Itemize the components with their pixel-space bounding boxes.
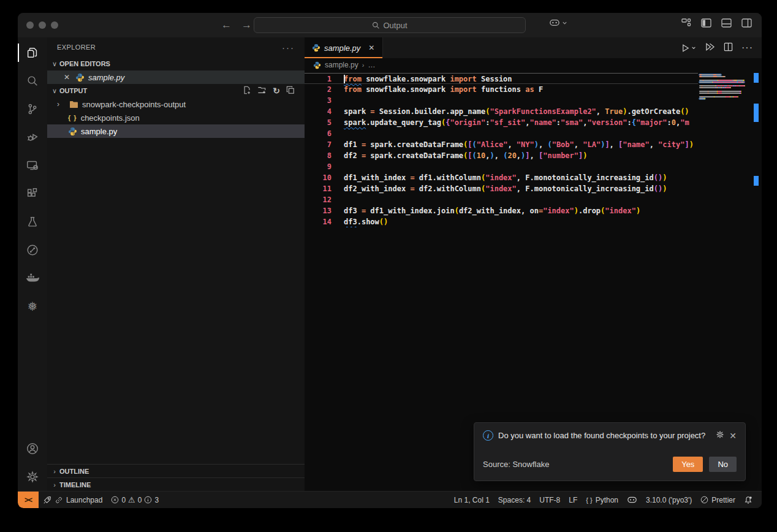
remote-indicator[interactable]: >< [18, 492, 39, 508]
json-file-icon: { } [68, 114, 77, 121]
command-center-search[interactable]: Output [254, 17, 526, 33]
encoding-item[interactable]: UTF-8 [535, 492, 564, 508]
close-window-button[interactable] [26, 21, 34, 29]
open-editor-item-sample-py[interactable]: ✕ sample.py [47, 70, 305, 84]
close-tab-icon[interactable]: ✕ [366, 44, 376, 52]
close-editor-icon[interactable]: ✕ [62, 73, 72, 82]
folder-icon [69, 101, 78, 108]
run-all-icon[interactable] [705, 42, 715, 54]
notification-close-icon[interactable]: ✕ [729, 431, 737, 441]
activity-remote-explorer-icon[interactable] [18, 151, 47, 180]
tab-sample-py[interactable]: sample.py ✕ [305, 37, 383, 58]
activity-snowflake-icon[interactable]: ❅ [18, 292, 47, 321]
cursor-position-item[interactable]: Ln 1, Col 1 [450, 492, 494, 508]
notification-settings-icon[interactable] [716, 430, 724, 441]
minimize-window-button[interactable] [39, 21, 46, 29]
toggle-secondary-sidebar-icon[interactable] [741, 18, 752, 28]
problems-item[interactable]: 0 ⚠ 0 3 [107, 492, 163, 508]
notifications-bell-icon[interactable] [740, 492, 757, 508]
python-interpreter-item[interactable]: 3.10.0 ('pyo3') [642, 492, 696, 508]
line-number: 5 [305, 117, 332, 128]
chevron-right-icon: › [50, 468, 59, 475]
tree-item-snowpark-checkpoints-output[interactable]: › snowpark-checkpoints-output [47, 97, 305, 111]
go-forward-icon[interactable]: → [241, 19, 252, 31]
settings-gear-icon[interactable] [18, 463, 47, 491]
activity-search-icon[interactable] [18, 67, 47, 95]
maximize-window-button[interactable] [51, 21, 58, 29]
breadcrumb-separator: › [362, 61, 365, 69]
activity-extensions-icon[interactable] [18, 180, 47, 208]
python-file-icon [75, 73, 85, 82]
activity-explorer-icon[interactable] [18, 39, 47, 67]
code-line[interactable]: 1from snowflake.snowpark import Session [305, 73, 698, 84]
search-icon [372, 21, 380, 29]
activity-bar: ❅ [18, 37, 47, 491]
overview-ruler[interactable] [752, 72, 760, 491]
code-line[interactable]: 2from snowflake.snowpark import function… [305, 84, 698, 95]
no-button[interactable]: No [709, 457, 737, 472]
activity-source-control-icon[interactable] [18, 95, 47, 123]
editor-more-actions-icon[interactable]: ··· [741, 42, 753, 53]
code-line[interactable]: 7df1 = spark.createDataFrame([("Alice", … [305, 139, 698, 150]
timeline-section-header[interactable]: › TIMELINE [47, 477, 305, 491]
tree-item-sample-py[interactable]: sample.py [47, 124, 305, 138]
copilot-menu[interactable] [549, 18, 567, 28]
activity-docker-icon[interactable] [18, 264, 47, 292]
code-text: from snowflake.snowpark import functions… [332, 84, 543, 95]
code-line[interactable]: 12 [305, 194, 698, 205]
language-mode-item[interactable]: { } Python [582, 492, 623, 508]
line-number: 2 [305, 84, 332, 95]
copilot-status-icon[interactable] [623, 492, 642, 508]
code-line[interactable]: 14df3.show() [305, 216, 698, 227]
activity-testing-icon[interactable] [18, 208, 47, 236]
code-editor[interactable]: 1from snowflake.snowpark import Session2… [305, 72, 762, 491]
refresh-icon[interactable]: ↻ [273, 86, 280, 96]
code-line[interactable]: 6 [305, 128, 698, 139]
accounts-icon[interactable] [18, 435, 47, 463]
rocket-icon [43, 496, 51, 504]
tree-item-checkpoints-json[interactable]: { } checkpoints.json [47, 111, 305, 124]
breadcrumb-file[interactable]: sample.py [325, 61, 358, 69]
sidebar-title: EXPLORER [57, 44, 96, 51]
link-icon [55, 496, 63, 504]
launchpad-item[interactable]: Launchpad [39, 492, 107, 508]
minimap[interactable] [699, 74, 747, 100]
formatter-item[interactable]: Prettier [696, 492, 740, 508]
split-editor-icon[interactable] [724, 42, 733, 54]
info-icon: i [483, 430, 493, 441]
indentation-item[interactable]: Spaces: 4 [494, 492, 535, 508]
breadcrumb[interactable]: sample.py › … [305, 58, 762, 72]
toggle-panel-icon[interactable] [721, 18, 732, 28]
code-text [332, 128, 344, 139]
yes-button[interactable]: Yes [673, 457, 703, 472]
new-file-icon[interactable] [243, 86, 251, 96]
code-line[interactable]: 4spark = Session.builder.app_name("Spark… [305, 106, 698, 117]
code-line[interactable]: 13df3 = df1_with_index.join(df2_with_ind… [305, 205, 698, 216]
python-file-icon [68, 127, 77, 136]
open-editors-header[interactable]: ∨ OPEN EDITORS [47, 57, 305, 70]
outline-section-header[interactable]: › OUTLINE [47, 464, 305, 477]
customize-layout-icon[interactable] [681, 18, 691, 28]
folder-section-header[interactable]: ∨ OUTPUT ↻ [47, 84, 305, 97]
activity-git-graph-icon[interactable] [18, 236, 47, 264]
run-python-file-icon[interactable] [681, 44, 696, 53]
code-text: from snowflake.snowpark import Session [332, 74, 512, 83]
breadcrumb-symbol[interactable]: … [368, 61, 375, 69]
code-text: df3 = df1_with_index.join(df2_with_index… [332, 205, 640, 216]
eol-item[interactable]: LF [564, 492, 582, 508]
collapse-all-icon[interactable] [286, 86, 295, 96]
code-line[interactable]: 9 [305, 161, 698, 172]
toggle-primary-sidebar-icon[interactable] [701, 18, 711, 28]
code-line[interactable]: 5spark.update_query_tag({"origin":"sf_si… [305, 117, 698, 128]
title-bar: ← → Output [18, 13, 762, 37]
code-line[interactable]: 8df2 = spark.createDataFrame([(10,), (20… [305, 150, 698, 161]
code-line[interactable]: 3 [305, 95, 698, 106]
code-line[interactable]: 11df2_with_index = df2.withColumn("index… [305, 183, 698, 194]
code-line[interactable]: 10df1_with_index = df1.withColumn("index… [305, 172, 698, 183]
go-back-icon[interactable]: ← [221, 19, 232, 31]
explorer-more-actions-icon[interactable]: ··· [282, 42, 295, 53]
line-number: 13 [305, 205, 332, 216]
new-folder-icon[interactable] [257, 86, 267, 96]
activity-run-debug-icon[interactable] [18, 123, 47, 151]
chevron-down-icon: ∨ [50, 87, 59, 95]
